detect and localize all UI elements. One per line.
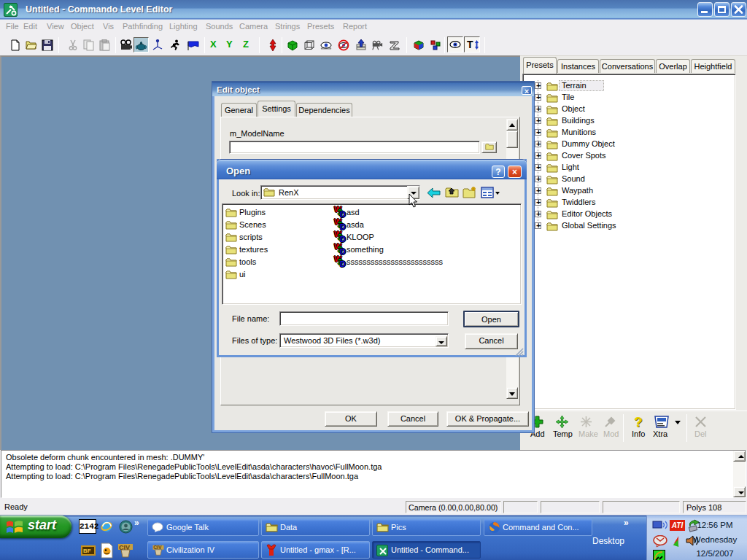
svg-text:CIV: CIV (153, 545, 162, 550)
svg-text:BF: BF (83, 548, 91, 554)
